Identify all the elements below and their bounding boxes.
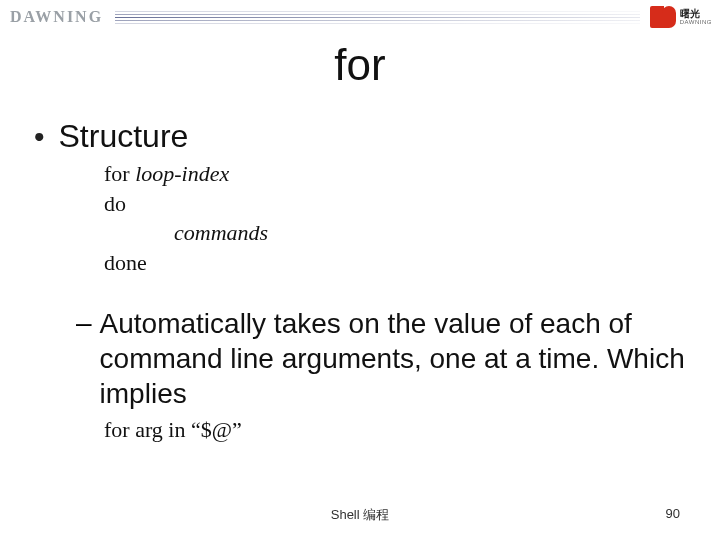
dash-item: – Automatically takes on the value of ea… <box>76 306 686 411</box>
brand-logo: 曙光 DAWNING <box>650 6 712 28</box>
slide-header: DAWNING 曙光 DAWNING <box>0 0 720 34</box>
dash-text: Automatically takes on the value of each… <box>100 306 686 411</box>
brand-wordmark: DAWNING <box>10 8 103 26</box>
logo-text: 曙光 DAWNING <box>680 9 712 25</box>
footer-label: Shell 编程 <box>331 506 390 524</box>
code-line-2: do <box>104 189 686 219</box>
slide-title: for <box>0 40 720 90</box>
page-number: 90 <box>666 506 680 521</box>
code-kw-for: for <box>104 161 135 186</box>
structure-code-block: for loop-index do commands done <box>104 159 686 278</box>
logo-en: DAWNING <box>680 19 712 25</box>
bullet-item: • Structure <box>34 118 686 155</box>
code-line-1: for loop-index <box>104 159 686 189</box>
slide-content: • Structure for loop-index do commands d… <box>0 90 720 443</box>
logo-cn: 曙光 <box>680 9 712 19</box>
header-rule <box>115 10 640 24</box>
code-var-loop-index: loop-index <box>135 161 229 186</box>
bullet-marker-icon: • <box>34 122 45 152</box>
bullet-label: Structure <box>59 118 189 155</box>
dash-marker-icon: – <box>76 306 92 340</box>
code-line-3: commands <box>104 218 686 248</box>
code-line-4: done <box>104 248 686 278</box>
implies-code-line: for arg in “$@” <box>104 417 686 443</box>
logo-mark-icon <box>650 6 676 28</box>
slide-footer: Shell 编程 90 <box>0 506 720 524</box>
